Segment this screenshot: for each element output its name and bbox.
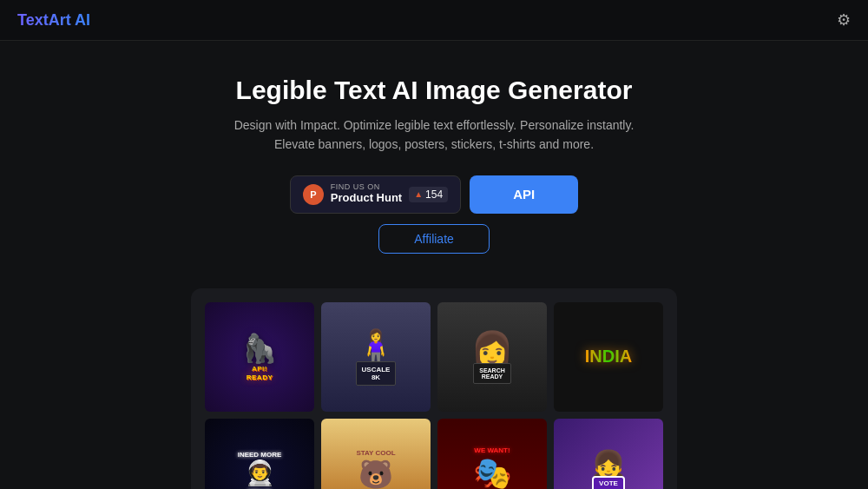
affiliate-button[interactable]: Affiliate	[378, 224, 490, 254]
we-want-image: WE WANT! 🎭 DELETE!	[437, 419, 547, 489]
product-hunt-text: FIND US ON Product Hunt	[331, 183, 402, 206]
api-ready-image: 🦍 API!READY	[205, 302, 314, 412]
hero-section: Legible Text AI Image Generator Design w…	[0, 41, 868, 271]
product-hunt-logo-icon: P	[303, 184, 324, 205]
gallery-item-we-want[interactable]: WE WANT! 🎭 DELETE!	[437, 419, 547, 489]
stay-cool-image: STAY COOL 🐻 Stay y Cool	[321, 419, 431, 489]
find-us-label: FIND US ON	[331, 183, 380, 191]
gallery-item-vote[interactable]: 👧 VOTENOW	[554, 419, 663, 489]
gallery-container: 🦍 API!READY 🧍‍♀️ USCALE8K 👩 SEARCHREADY …	[191, 288, 677, 489]
gallery-item-search-ready[interactable]: 👩 SEARCHREADY	[437, 302, 547, 412]
search-ready-image: 👩 SEARCHREADY	[437, 302, 547, 412]
gallery-item-uscale[interactable]: 🧍‍♀️ USCALE8K	[321, 302, 431, 412]
gallery-item-api-ready[interactable]: 🦍 API!READY	[205, 302, 314, 412]
app-header: TextArt AI ⚙	[0, 0, 868, 41]
gallery-grid: 🦍 API!READY 🧍‍♀️ USCALE8K 👩 SEARCHREADY …	[205, 302, 663, 489]
uscale-sign: USCALE8K	[356, 361, 397, 386]
hero-description: Design with Impact. Optimize legible tex…	[217, 116, 651, 155]
space-image: INEED MORE 👨‍🚀 SPACE	[205, 419, 314, 489]
space-top-text: INEED MORE	[238, 451, 282, 459]
upvote-icon: ▲	[414, 189, 423, 199]
monkey-icon: 🦍	[242, 332, 277, 365]
vote-badge: VOTENOW	[592, 476, 625, 489]
settings-icon[interactable]: ⚙	[837, 10, 851, 30]
app-logo: TextArt AI	[17, 11, 90, 30]
hero-buttons: P FIND US ON Product Hunt ▲ 154 API	[17, 175, 851, 214]
gallery-item-india[interactable]: INDIA	[554, 302, 663, 412]
india-image: INDIA	[554, 302, 663, 412]
api-ready-text: API!READY	[247, 365, 273, 381]
vote-image: 👧 VOTENOW	[554, 419, 663, 489]
stay-cool-top-text: STAY COOL	[356, 449, 395, 458]
uscale-image: 🧍‍♀️ USCALE8K	[321, 302, 431, 412]
product-hunt-badge: ▲ 154	[409, 187, 448, 202]
gallery-item-stay-cool[interactable]: STAY COOL 🐻 Stay y Cool	[321, 419, 431, 489]
product-hunt-name: Product Hunt	[331, 191, 402, 206]
product-hunt-count: 154	[425, 188, 443, 201]
bear-icon: 🐻	[358, 458, 393, 489]
gallery-item-space[interactable]: INEED MORE 👨‍🚀 SPACE	[205, 419, 314, 489]
api-button[interactable]: API	[470, 175, 578, 214]
product-hunt-button[interactable]: P FIND US ON Product Hunt ▲ 154	[290, 175, 461, 214]
we-want-top-text: WE WANT!	[474, 446, 510, 455]
deadpool-icon: 🎭	[473, 455, 512, 489]
astronaut-icon: 👨‍🚀	[245, 459, 275, 487]
search-sign: SEARCHREADY	[473, 363, 511, 384]
india-text: INDIA	[585, 347, 632, 367]
page-title: Legible Text AI Image Generator	[17, 76, 851, 105]
